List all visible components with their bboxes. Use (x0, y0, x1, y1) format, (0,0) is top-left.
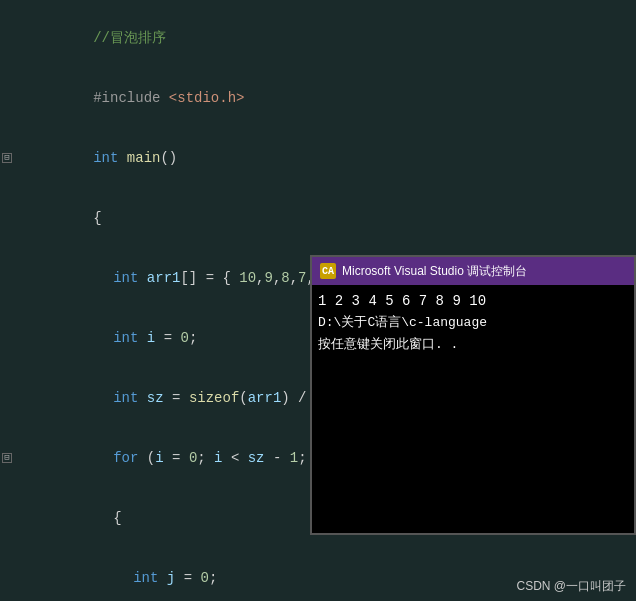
code-line-3: int main() (22, 128, 636, 188)
brace-open-main: { (93, 210, 101, 226)
console-icon: CA (320, 263, 336, 279)
console-output-line2: D:\关于C语言\c-language (318, 313, 628, 331)
var-arr1: arr1 (147, 270, 181, 286)
console-body: 1 2 3 4 5 6 7 8 9 10 D:\关于C语言\c-language… (312, 285, 634, 533)
collapse-main[interactable]: ⊟ (2, 153, 12, 163)
console-overlay: CA Microsoft Visual Studio 调试控制台 1 2 3 4… (310, 255, 636, 535)
collapse-for1[interactable]: ⊟ (2, 453, 12, 463)
code-line-4: { (22, 188, 636, 248)
include-file: <stdio.h> (169, 90, 245, 106)
console-output-line1: 1 2 3 4 5 6 7 8 9 10 (318, 293, 628, 309)
line-2: #include <stdio.h> (0, 68, 636, 128)
comment-bubble-sort: //冒泡排序 (93, 30, 166, 46)
code-line-2: #include <stdio.h> (22, 68, 636, 128)
parens: () (160, 150, 177, 166)
kw-int-arr: int (113, 270, 138, 286)
line-3: ⊟ int main() (0, 128, 636, 188)
plain-space (118, 150, 126, 166)
fn-main: main (127, 150, 161, 166)
line-4: { (0, 188, 636, 248)
console-output-line3: 按任意键关闭此窗口. . (318, 335, 628, 353)
kw-int: int (93, 150, 118, 166)
watermark: CSDN @一口叫团子 (516, 578, 626, 595)
console-titlebar: CA Microsoft Visual Studio 调试控制台 (312, 257, 634, 285)
line-1: //冒泡排序 (0, 8, 636, 68)
include-directive: #include (93, 90, 169, 106)
console-title: Microsoft Visual Studio 调试控制台 (342, 263, 527, 280)
code-line-1: //冒泡排序 (22, 8, 636, 68)
editor-area: //冒泡排序 #include <stdio.h> ⊟ int main() { (0, 0, 636, 601)
